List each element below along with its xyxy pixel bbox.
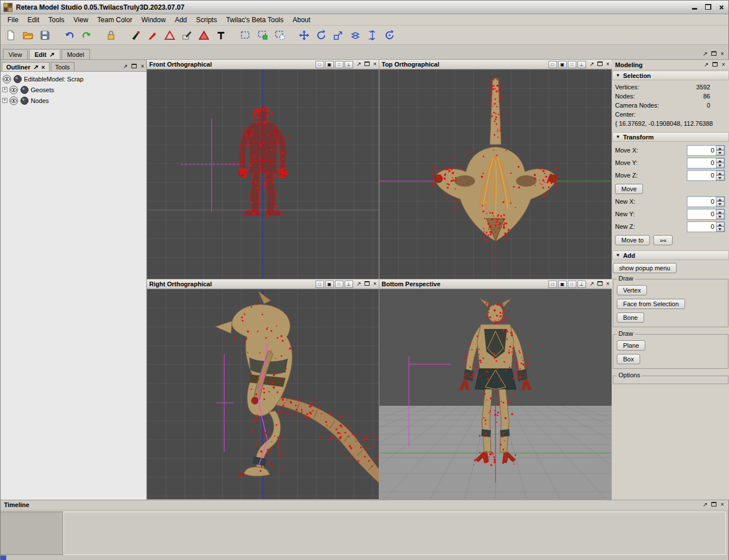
- box-button[interactable]: Box: [617, 354, 640, 364]
- viewport-header[interactable]: Front Orthographical □ ▣ ∷ ⊥ ↗ ×: [147, 60, 379, 69]
- tab-edit[interactable]: Edit↗: [29, 49, 60, 59]
- viewport-header[interactable]: Top Orthographical □ ▣ ∷ ⊥ ↗ ×: [379, 60, 612, 69]
- collapse-coords-button[interactable]: »«: [653, 235, 673, 245]
- viewport-wireframe-button[interactable]: □: [316, 61, 324, 68]
- viewport-close-icon[interactable]: ×: [606, 61, 609, 67]
- visibility-eye-icon[interactable]: [9, 96, 18, 105]
- vertex-button[interactable]: Vertex: [617, 285, 647, 295]
- show-popup-menu-button[interactable]: show popup menu: [613, 263, 677, 273]
- timeline-track-list[interactable]: [1, 512, 63, 555]
- bone-button[interactable]: Bone: [617, 312, 644, 323]
- move-tool-button[interactable]: [297, 28, 312, 43]
- save-button[interactable]: [38, 28, 52, 43]
- viewport-shaded-button[interactable]: ▣: [558, 281, 567, 288]
- viewport-axis-button[interactable]: ⊥: [345, 281, 353, 288]
- move-z-stepper[interactable]: [687, 170, 725, 181]
- viewport-wireframe-button[interactable]: □: [316, 281, 324, 288]
- extend-tool-button[interactable]: [365, 28, 380, 43]
- new-x-input[interactable]: [687, 197, 716, 207]
- spin-up-icon[interactable]: [716, 171, 724, 176]
- viewport-canvas-perspective[interactable]: [379, 289, 612, 499]
- red-pen-button[interactable]: [145, 28, 160, 43]
- modeling-close-icon[interactable]: ×: [722, 62, 725, 68]
- extrude-tool-button[interactable]: [348, 28, 363, 43]
- tree-row-geosets[interactable]: + Geosets: [1, 84, 146, 95]
- move-y-input[interactable]: [687, 158, 716, 168]
- menu-twilacs-beta-tools[interactable]: Twilac's Beta Tools: [222, 15, 288, 25]
- outliner-panel-maximize-icon[interactable]: [132, 64, 137, 69]
- spin-down-icon[interactable]: [716, 201, 724, 207]
- outliner-panel-float-icon[interactable]: ↗: [123, 64, 128, 69]
- pen-square-button[interactable]: [179, 28, 194, 43]
- viewport-maximize-icon[interactable]: [597, 281, 603, 287]
- new-z-stepper[interactable]: [687, 221, 725, 232]
- viewport-shaded-button[interactable]: ▣: [325, 281, 334, 288]
- viewport-canvas-top[interactable]: [379, 69, 612, 279]
- viewport-axis-button[interactable]: ⊥: [578, 61, 586, 68]
- timeline-track-area[interactable]: [63, 512, 726, 555]
- redo-button[interactable]: [79, 28, 94, 43]
- outliner-panel-close-icon[interactable]: ×: [141, 64, 144, 69]
- select-deselect-button[interactable]: [272, 28, 287, 43]
- spin-down-icon[interactable]: [716, 227, 724, 232]
- menu-view[interactable]: View: [69, 15, 93, 25]
- viewport-canvas-right[interactable]: [147, 289, 379, 499]
- timeline-close-icon[interactable]: ×: [720, 502, 724, 508]
- viewport-float-icon[interactable]: ↗: [357, 281, 361, 287]
- new-x-stepper[interactable]: [687, 196, 725, 207]
- move-button[interactable]: Move: [615, 184, 643, 194]
- modeling-float-icon[interactable]: ↗: [704, 62, 708, 68]
- tab-tools[interactable]: Tools: [51, 62, 75, 71]
- spin-up-icon[interactable]: [716, 146, 724, 151]
- menu-team-color[interactable]: Team Color: [93, 15, 137, 25]
- section-selection-header[interactable]: ▼ Selection: [612, 71, 729, 80]
- face-from-selection-button[interactable]: Face from Selection: [617, 299, 685, 309]
- viewport-grid-button[interactable]: ∷: [335, 281, 343, 288]
- viewport-close-icon[interactable]: ×: [373, 281, 376, 287]
- select-add-button[interactable]: [255, 28, 270, 43]
- viewport-shaded-button[interactable]: ▣: [558, 61, 567, 68]
- viewport-float-icon[interactable]: ↗: [589, 281, 594, 287]
- select-box-button[interactable]: [238, 28, 253, 43]
- new-z-input[interactable]: [687, 222, 716, 232]
- tree-row-nodes[interactable]: + Nodes: [1, 95, 146, 106]
- tab-view[interactable]: View: [3, 49, 28, 59]
- spin-up-icon[interactable]: [716, 209, 724, 215]
- rotate-tool-button[interactable]: [314, 28, 329, 43]
- new-y-input[interactable]: [687, 209, 716, 219]
- move-to-button[interactable]: Move to: [615, 235, 650, 245]
- text-tool-button[interactable]: [214, 28, 228, 43]
- viewport-grid-button[interactable]: ∷: [335, 61, 343, 68]
- dock-float-icon[interactable]: ↗: [703, 51, 707, 57]
- tree-row-model[interactable]: EditableModel: Scrap: [1, 73, 146, 84]
- viewport-float-icon[interactable]: ↗: [589, 61, 594, 67]
- lock-button[interactable]: [104, 28, 118, 43]
- plane-button[interactable]: Plane: [617, 340, 645, 351]
- viewport-maximize-icon[interactable]: [364, 281, 370, 287]
- outliner-close-icon[interactable]: ×: [41, 64, 44, 71]
- timeline-corner-handle[interactable]: [1, 555, 6, 560]
- viewport-axis-button[interactable]: ⊥: [578, 281, 586, 288]
- scale-tool-button[interactable]: [331, 28, 346, 43]
- restore-button[interactable]: [705, 4, 711, 11]
- section-transform-header[interactable]: ▼ Transform: [612, 132, 729, 142]
- visibility-eye-icon[interactable]: [9, 85, 18, 94]
- menu-file[interactable]: File: [3, 15, 23, 25]
- expand-icon[interactable]: +: [2, 98, 7, 103]
- spin-down-icon[interactable]: [716, 163, 724, 168]
- new-y-stepper[interactable]: [687, 209, 725, 220]
- timeline-float-icon[interactable]: ↗: [703, 502, 707, 508]
- dock-close-icon[interactable]: ×: [720, 51, 724, 57]
- spin-up-icon[interactable]: [716, 197, 724, 202]
- viewport-header[interactable]: Right Orthographical □ ▣ ∷ ⊥ ↗ ×: [147, 279, 379, 289]
- viewport-shaded-button[interactable]: ▣: [325, 61, 334, 68]
- viewport-canvas-front[interactable]: [147, 69, 379, 279]
- tab-outliner[interactable]: Outliner ↗ ×: [2, 62, 50, 71]
- spin-down-icon[interactable]: [716, 214, 724, 219]
- tab-model[interactable]: Model: [62, 49, 90, 59]
- new-file-button[interactable]: [3, 28, 18, 43]
- dock-maximize-icon[interactable]: [711, 51, 716, 57]
- viewport-grid-button[interactable]: ∷: [568, 281, 576, 288]
- open-button[interactable]: [21, 28, 35, 43]
- timeline-maximize-icon[interactable]: [711, 502, 716, 508]
